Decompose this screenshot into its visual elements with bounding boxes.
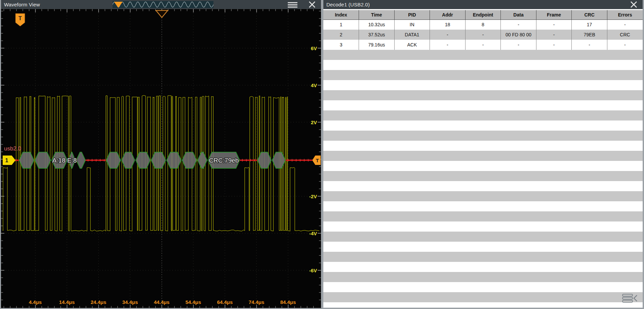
decode-title: Decode1 (USB2.0) bbox=[326, 2, 370, 7]
decoded-packet-hex[interactable] bbox=[257, 152, 271, 168]
table-cell[interactable]: 18 bbox=[430, 20, 466, 30]
close-icon[interactable] bbox=[308, 1, 316, 8]
empty-stripe-row bbox=[323, 191, 643, 201]
decoded-packet-hex[interactable] bbox=[76, 152, 85, 168]
table-cell[interactable]: ACK bbox=[394, 40, 430, 50]
table-cell[interactable]: - bbox=[430, 40, 466, 50]
table-cell[interactable]: CRC bbox=[607, 30, 643, 40]
signal-overview-thumbnail[interactable] bbox=[113, 1, 213, 8]
table-cell[interactable]: 1 bbox=[323, 20, 359, 30]
channel-1-label: 1 bbox=[5, 158, 8, 163]
empty-stripe-row bbox=[323, 201, 643, 211]
table-cell[interactable]: - bbox=[536, 30, 572, 40]
waveform-title: Waveform View bbox=[4, 2, 40, 7]
empty-stripe-row bbox=[323, 161, 643, 171]
empty-stripe-row bbox=[323, 242, 643, 252]
table-cell[interactable]: 2 bbox=[323, 30, 359, 40]
column-header[interactable]: Addr bbox=[430, 10, 466, 20]
table-row[interactable]: 110.32usIN188--17- bbox=[323, 20, 643, 30]
decoded-packet-hex[interactable] bbox=[182, 152, 197, 168]
decode-results-area: IndexTimePIDAddrEndpointDataFrameCRCErro… bbox=[323, 9, 643, 308]
table-cell[interactable]: - bbox=[607, 20, 643, 30]
column-header[interactable]: Endpoint bbox=[465, 10, 501, 20]
overview-trigger-marker-icon[interactable] bbox=[114, 2, 123, 8]
empty-stripe-row bbox=[323, 232, 643, 242]
decoded-packet-hex[interactable] bbox=[19, 152, 34, 168]
empty-stripe-row bbox=[323, 252, 643, 262]
empty-stripe-row bbox=[323, 121, 643, 131]
collapse-table-icon[interactable] bbox=[622, 294, 639, 303]
empty-stripe-row bbox=[323, 80, 643, 90]
column-header[interactable]: Time bbox=[359, 10, 395, 20]
table-cell[interactable]: - bbox=[607, 40, 643, 50]
table-cell[interactable]: - bbox=[465, 40, 501, 50]
column-header[interactable]: Errors bbox=[607, 10, 643, 20]
time-tick-label: 44.4μs bbox=[154, 299, 170, 305]
table-cell[interactable]: DATA1 bbox=[394, 30, 430, 40]
voltage-tick-label: -4V bbox=[309, 231, 317, 236]
decoded-packet-hex[interactable] bbox=[167, 152, 181, 168]
voltage-tick-label: -2V bbox=[309, 194, 317, 199]
table-cell[interactable]: 79EB bbox=[572, 30, 607, 40]
decode-table-header: IndexTimePIDAddrEndpointDataFrameCRCErro… bbox=[323, 10, 643, 20]
column-header[interactable]: CRC bbox=[572, 10, 607, 20]
table-cell[interactable]: - bbox=[501, 20, 536, 30]
decoded-packet-hex[interactable] bbox=[35, 152, 51, 168]
time-tick-label: 14.4μs bbox=[59, 299, 75, 305]
waveform-plot-area[interactable]: A:18 E:8CRC:79ebusb2.01TT6V4V2V-2V-4V-6V… bbox=[1, 9, 321, 308]
empty-stripe-row bbox=[323, 131, 643, 141]
table-row[interactable]: 237.52usDATA1--00 FD 80 00-79EBCRC bbox=[323, 30, 643, 40]
empty-stripe-row bbox=[323, 221, 643, 232]
channel-1-badge[interactable] bbox=[3, 156, 15, 165]
decoded-packet-hex[interactable] bbox=[151, 152, 166, 168]
time-tick-label: 84.4μs bbox=[280, 299, 296, 305]
table-cell[interactable]: 79.16us bbox=[359, 40, 395, 50]
menu-icon[interactable] bbox=[287, 1, 298, 8]
time-tick-label: 54.4μs bbox=[186, 299, 201, 305]
voltage-tick-label: -6V bbox=[309, 268, 317, 273]
table-cell[interactable]: - bbox=[465, 30, 501, 40]
voltage-tick-label: 4V bbox=[311, 82, 317, 88]
decode-titlebar: Decode1 (USB2.0) bbox=[323, 0, 643, 9]
close-icon[interactable] bbox=[630, 1, 638, 8]
table-cell[interactable]: - bbox=[430, 30, 466, 40]
time-tick-label: 64.4μs bbox=[217, 299, 233, 305]
decoded-packet-hex[interactable] bbox=[106, 152, 121, 168]
empty-stripe-row bbox=[323, 110, 643, 121]
column-header[interactable]: Data bbox=[501, 10, 536, 20]
decode-table: IndexTimePIDAddrEndpointDataFrameCRCErro… bbox=[323, 10, 643, 50]
time-tick-label: 24.4μs bbox=[91, 299, 107, 305]
overview-sine-icon bbox=[113, 1, 213, 8]
table-cell[interactable]: 00 FD 80 00 bbox=[501, 30, 536, 40]
column-header[interactable]: Frame bbox=[536, 10, 572, 20]
table-cell[interactable]: 10.32us bbox=[359, 20, 395, 30]
voltage-tick-label: 2V bbox=[311, 119, 317, 125]
table-cell[interactable]: - bbox=[536, 20, 572, 30]
column-header[interactable]: PID bbox=[394, 10, 430, 20]
empty-stripe-row bbox=[323, 262, 643, 272]
decode-empty-rows bbox=[323, 50, 643, 308]
table-cell[interactable]: - bbox=[501, 40, 536, 50]
table-row[interactable]: 379.16usACK------ bbox=[323, 40, 643, 50]
time-tick-label: 4.4μs bbox=[29, 299, 42, 305]
empty-stripe-row bbox=[323, 100, 643, 110]
empty-stripe-row bbox=[323, 302, 643, 308]
table-cell[interactable]: 37.52us bbox=[359, 30, 395, 40]
table-cell[interactable]: - bbox=[572, 40, 607, 50]
table-cell[interactable]: - bbox=[536, 40, 572, 50]
table-cell[interactable]: 3 bbox=[323, 40, 359, 50]
table-cell[interactable]: 8 bbox=[465, 20, 501, 30]
column-header[interactable]: Index bbox=[323, 10, 359, 20]
table-cell[interactable]: 17 bbox=[572, 20, 607, 30]
empty-stripe-row bbox=[323, 272, 643, 282]
empty-stripe-row bbox=[323, 90, 643, 100]
table-cell[interactable]: IN bbox=[394, 20, 430, 30]
empty-stripe-row bbox=[323, 181, 643, 191]
empty-stripe-row bbox=[323, 171, 643, 181]
empty-stripe-row bbox=[323, 211, 643, 221]
bus-name-label[interactable]: usb2.0 bbox=[4, 145, 21, 152]
voltage-tick-label: 6V bbox=[311, 45, 317, 51]
trigger-position-marker[interactable] bbox=[156, 10, 168, 18]
decode-bus-line bbox=[85, 160, 106, 161]
decoded-packet-hex[interactable] bbox=[198, 152, 207, 168]
